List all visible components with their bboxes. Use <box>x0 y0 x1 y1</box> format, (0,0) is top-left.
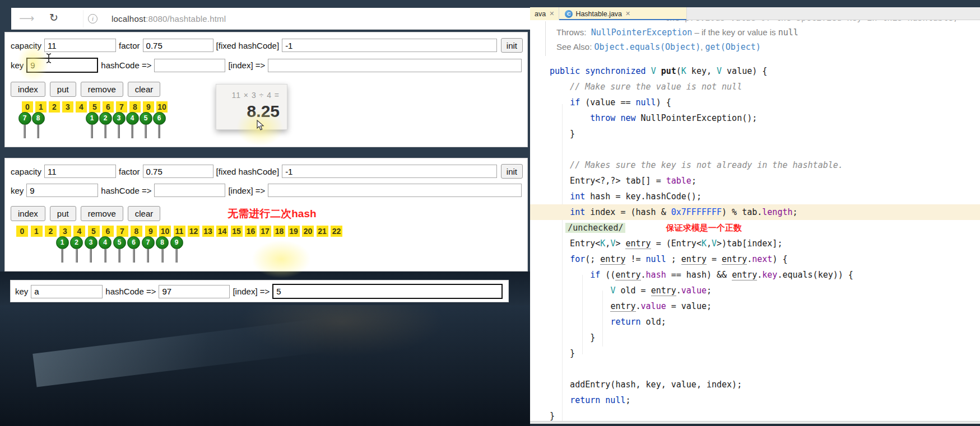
folded-region[interactable]: /unchecked/ <box>565 223 625 233</box>
wallpaper-shard <box>32 319 326 387</box>
index-output[interactable] <box>272 284 503 299</box>
fixed-hashcode-label: [fixed hashCode] <box>216 167 280 176</box>
code-line[interactable]: } <box>550 330 980 345</box>
code-line[interactable]: } <box>550 408 980 422</box>
remove-button[interactable]: remove <box>81 82 123 97</box>
forward-icon[interactable]: ⟶ <box>19 12 34 25</box>
code-line[interactable]: if (value == null) { <box>550 95 980 110</box>
hash-cell: 3 <box>59 226 71 237</box>
doc-link[interactable]: NullPointerException <box>591 27 693 38</box>
key-input[interactable] <box>26 184 98 197</box>
hash-cell: 0 <box>22 101 33 113</box>
factor-input[interactable] <box>143 165 213 178</box>
remove-button[interactable]: remove <box>81 206 123 221</box>
code-line[interactable] <box>550 142 980 157</box>
index-button[interactable]: index <box>11 206 45 221</box>
code-line[interactable]: return old; <box>550 314 980 330</box>
hash-pin: 4 <box>99 236 112 263</box>
code-editor[interactable]: the previous value of the specified key … <box>530 20 980 422</box>
capacity-input[interactable] <box>44 39 116 52</box>
code-line[interactable]: addEntry(hash, key, value, index); <box>550 377 980 392</box>
put-button[interactable]: put <box>50 82 76 97</box>
doc-link[interactable]: get(Object) <box>705 42 761 52</box>
pin-stem <box>104 249 106 263</box>
hash-pin: 8 <box>156 236 169 263</box>
hashcode-output[interactable] <box>159 285 230 298</box>
doc-link[interactable]: Object.equals(Object) <box>594 42 701 52</box>
hash-pin: 7 <box>142 236 155 263</box>
pin-value: 2 <box>99 112 112 125</box>
hash-pin: 5 <box>113 236 126 263</box>
fixed-hashcode-input[interactable] <box>282 165 497 178</box>
pin-stem <box>133 249 135 263</box>
code-line[interactable]: return null; <box>550 392 980 408</box>
editor-tab-bar: ava✕CHashtable.java✕ <box>530 7 980 20</box>
fixed-hashcode-input[interactable] <box>282 39 497 52</box>
code-line[interactable]: throw new NullPointerException(); <box>550 110 980 126</box>
fixed-hashcode-label: [fixed hashCode] <box>216 41 280 50</box>
hash-pin: 8 <box>32 112 45 138</box>
code-line[interactable]: // Makes sure the key is not already in … <box>550 157 980 173</box>
key-input[interactable] <box>26 58 98 73</box>
info-icon[interactable]: i <box>88 14 97 24</box>
clear-button[interactable]: clear <box>128 82 161 97</box>
hash-cell: 22 <box>331 226 342 237</box>
pin-stem <box>161 249 164 263</box>
put-button[interactable]: put <box>50 206 76 221</box>
address-bar[interactable]: i localhost:8080/hashtable.html <box>83 10 527 27</box>
annotation-text: 保证求模是一个正数 <box>666 223 742 232</box>
hash-pin: 2 <box>99 112 112 138</box>
url-text[interactable]: localhost:8080/hashtable.html <box>112 14 226 24</box>
hash-cell: 18 <box>273 226 285 237</box>
code-line[interactable]: // Make sure the value is not null <box>550 79 980 95</box>
index-output[interactable] <box>268 59 522 72</box>
tab-hashtable-java[interactable]: CHashtable.java✕ <box>559 7 687 20</box>
code-line[interactable]: Entry<K,V> entry = (Entry<K,V>)tab[index… <box>550 236 980 251</box>
doc-seealso-line: See Also: Object.equals(Object), get(Obj… <box>556 40 761 54</box>
code-line[interactable]: Entry<?,?> tab[] = table; <box>550 173 980 189</box>
clear-button[interactable]: clear <box>128 206 161 221</box>
capacity-input[interactable] <box>44 165 116 178</box>
close-icon[interactable]: ✕ <box>625 10 630 17</box>
code-line[interactable] <box>550 361 980 377</box>
hashcode-output[interactable] <box>154 59 225 72</box>
code-line[interactable]: int hash = key.hashCode(); <box>550 189 980 204</box>
hash-pin: 1 <box>86 112 99 138</box>
key-input[interactable] <box>31 285 103 298</box>
index-button[interactable]: index <box>11 82 45 97</box>
code-line[interactable]: /unchecked/ 保证求模是一个正数 <box>550 220 980 236</box>
hash-cell: 5 <box>88 226 100 237</box>
code-line[interactable]: if ((entry.hash == hash) && entry.key.eq… <box>550 267 980 283</box>
hashcode-output[interactable] <box>154 184 225 197</box>
code-line[interactable]: for(; entry != null ; entry = entry.next… <box>550 251 980 267</box>
code-line[interactable]: V old = entry.value; <box>550 283 980 298</box>
code-line-highlighted[interactable]: int index = (hash & 0x7FFFFFFF) % tab.le… <box>530 204 980 220</box>
hash-cell: 7 <box>117 226 128 237</box>
code-line[interactable]: } <box>550 345 980 361</box>
code-line[interactable]: public synchronized V put(K key, V value… <box>550 63 980 79</box>
pin-value: 3 <box>85 236 97 249</box>
init-button[interactable]: init <box>501 164 523 179</box>
close-icon[interactable]: ✕ <box>549 10 554 17</box>
pin-value: 4 <box>126 112 139 125</box>
tab-label: ava <box>535 10 546 18</box>
refresh-icon[interactable]: ↻ <box>49 11 58 24</box>
code-line[interactable]: entry.value = value; <box>550 298 980 314</box>
hash-cell: 3 <box>62 101 73 113</box>
index-label: [index] => <box>228 60 265 70</box>
hash-cell: 4 <box>73 226 85 237</box>
hash-cell: 0 <box>16 226 28 237</box>
pin-stem <box>158 125 160 138</box>
code-area[interactable]: public synchronized V put(K key, V value… <box>550 63 980 422</box>
tab-ava[interactable]: ava✕ <box>530 7 559 20</box>
index-output[interactable] <box>268 184 522 197</box>
factor-input[interactable] <box>143 39 213 52</box>
hashtable-panel-2: capacity factor [fixed hashCode] init ke… <box>4 158 528 271</box>
hash-cell: 1 <box>35 101 47 113</box>
code-line[interactable]: } <box>550 126 980 142</box>
init-button[interactable]: init <box>501 38 523 53</box>
pin-value: 9 <box>170 236 183 249</box>
hash-cell: 12 <box>188 226 199 237</box>
calculator-expression: 11 × 3 ÷ 4 = <box>216 91 280 100</box>
hashcode-label: hashCode => <box>101 60 151 70</box>
